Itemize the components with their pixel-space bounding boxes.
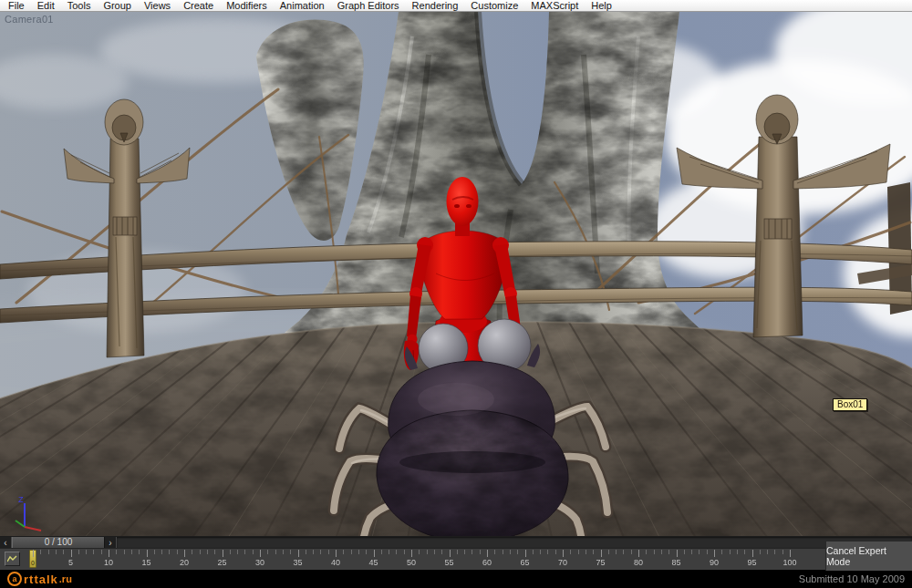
frame-number-label: 70 [551,558,575,567]
watermark-circle-letter: a [12,574,16,583]
frame-number-label: 65 [513,558,537,567]
frame-tick [131,550,132,554]
frame-tick [33,550,34,557]
frame-tick [721,550,722,554]
frame-tick [480,550,481,554]
viewport-scene: Z [0,12,912,536]
previous-frame-button[interactable]: ‹ [0,537,12,548]
frame-tick [328,550,329,554]
frame-tick [646,550,647,554]
z-axis-label: Z [18,495,24,504]
frame-tick [608,550,609,554]
frame-tick [86,550,87,554]
frame-tick [631,550,632,554]
frame-number-label: 35 [286,558,310,567]
cancel-expert-mode-button[interactable]: Cancel Expert Mode [825,541,912,571]
menu-item-maxscript[interactable]: MAXScript [524,0,585,11]
mini-curve-editor-button[interactable] [5,552,20,566]
frame-tick [503,550,503,554]
menu-item-customize[interactable]: Customize [464,0,524,11]
menu-item-edit[interactable]: Edit [31,0,61,11]
menu-item-animation[interactable]: Animation [274,0,331,11]
frame-number-label: 85 [665,558,689,567]
menu-item-views[interactable]: Views [138,0,177,11]
frame-tick [472,550,472,554]
frame-number-label: 100 [778,558,802,567]
frame-number-label: 20 [172,558,196,567]
frame-tick [214,550,215,554]
frame-tick [56,550,57,554]
menu-item-modifiers[interactable]: Modifiers [220,0,274,11]
frame-tick [93,550,94,554]
frame-tick [457,550,458,554]
frame-number-label: 95 [741,558,764,567]
menu-item-file[interactable]: File [2,0,31,11]
frame-tick [517,550,518,554]
frame-tick [623,550,624,554]
frame-tick [154,550,155,554]
frame-tick [381,550,382,554]
frame-number-label: 75 [589,558,613,567]
frame-tick [411,550,412,557]
frame-tick [441,550,442,554]
frame-tick [366,550,367,554]
timeline-area: ‹ 0 / 100 › 0 51015202530354045505560657… [0,536,912,570]
next-frame-button[interactable]: › [105,537,117,548]
menu-item-graph-editors[interactable]: Graph Editors [331,0,406,11]
frame-tick [684,550,685,554]
frame-tick [139,550,140,554]
object-name-tooltip: Box01 [833,398,867,411]
menu-item-rendering[interactable]: Rendering [406,0,465,11]
frame-tick [510,550,511,554]
frame-tick [774,550,775,554]
frame-tick [184,550,185,557]
frame-number-label: 25 [211,558,234,567]
menu-item-create[interactable]: Create [177,0,220,11]
frame-tick [677,550,678,557]
frame-tick [730,550,731,554]
frame-tick [124,550,125,554]
frame-tick [351,550,352,554]
menu-item-help[interactable]: Help [585,0,618,11]
frame-tick [116,550,117,554]
frame-number-label: 15 [135,558,159,567]
frame-tick [570,550,571,554]
frame-number-label: 10 [97,558,120,567]
3dsmax-window: FileEditToolsGroupViewsCreateModifiersAn… [0,0,912,588]
track-bar[interactable]: 0 51015202530354045505560657075808590951… [0,549,912,570]
frame-tick [737,550,738,554]
frame-tick [223,550,223,557]
frame-tick [661,550,662,554]
frame-tick [744,550,745,554]
frame-tick [192,550,192,554]
frame-number-label: 5 [59,558,83,567]
frame-tick [782,550,783,554]
frame-tick [147,550,148,557]
frame-tick [654,550,655,554]
frame-tick [760,550,761,554]
frame-number-label: 80 [627,558,650,567]
frame-tick [71,550,72,557]
frame-number-label: 45 [362,558,386,567]
frame-tick [320,550,321,554]
menu-item-tools[interactable]: Tools [61,0,98,11]
frame-tick [161,550,162,554]
submitted-date-label: Submitted 10 May 2009 [799,573,905,584]
frame-tick [533,550,534,554]
frame-tick [419,550,420,554]
frame-tick [63,550,64,554]
time-slider-handle[interactable]: 0 / 100 [12,537,105,548]
time-slider-track[interactable] [117,537,912,548]
frame-tick [336,550,337,557]
frame-number-label: 55 [438,558,461,567]
frame-tick [343,550,344,554]
viewport[interactable]: Z Camera01 Box01 [0,12,912,536]
curve-icon [7,555,17,563]
menu-item-group[interactable]: Group [97,0,138,11]
frame-tick [707,550,708,554]
frame-tick [374,550,375,557]
frame-tick [177,550,178,554]
frame-tick [547,550,548,554]
frame-tick [358,550,359,554]
frame-tick [230,550,231,554]
